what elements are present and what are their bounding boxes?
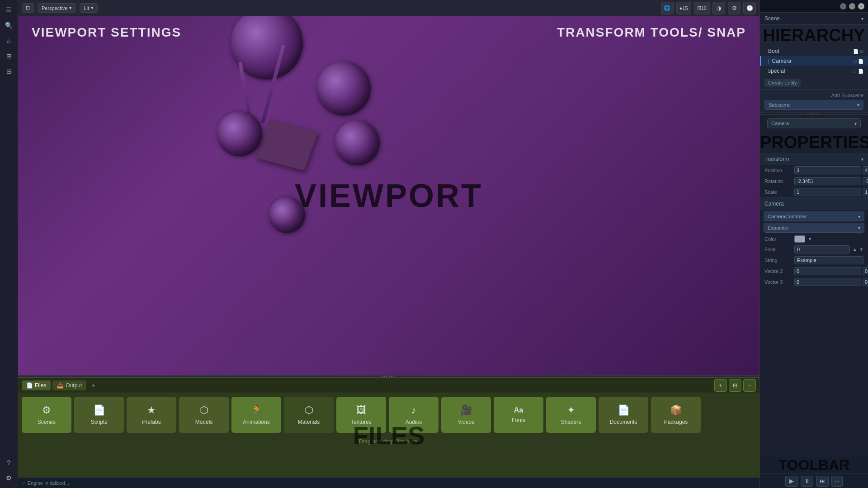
camera-controller-button[interactable]: CameraController ▾: [764, 211, 864, 221]
settings-icon[interactable]: ⚙: [3, 472, 15, 484]
grid2-icon: ⊞: [697, 5, 701, 11]
documents-item[interactable]: 📄 Documents: [599, 397, 648, 433]
files-tab[interactable]: 📄 Files: [22, 380, 51, 390]
audios-item[interactable]: ♪ Audios: [389, 397, 439, 433]
scene-item-camera[interactable]: | Camera ⊡ 📄: [760, 56, 868, 66]
string-input[interactable]: [794, 256, 863, 264]
vector2-y-input[interactable]: [863, 267, 868, 275]
scale-inputs: [794, 188, 868, 196]
globe-icon[interactable]: 🌐: [661, 2, 674, 14]
prefabs-item[interactable]: ★ Prefabs: [127, 397, 176, 433]
sphere-right-lower: [335, 120, 380, 165]
scale-y-input[interactable]: [863, 188, 868, 196]
scene-item-special[interactable]: special ⬡ 📄: [760, 66, 868, 76]
hierarchy-header: Scene ▾: [760, 13, 868, 25]
close-button[interactable]: ×: [858, 3, 864, 9]
vector2-x-input[interactable]: [794, 267, 861, 275]
camera-controller-label: CameraController: [768, 214, 807, 219]
step-button[interactable]: ⏭: [816, 476, 829, 487]
files-more-icon[interactable]: ···: [743, 379, 756, 392]
divider-dots: [807, 113, 821, 114]
render-icon[interactable]: ◑: [712, 2, 725, 14]
expander-button[interactable]: Expander ▾: [764, 223, 864, 233]
subscene-button[interactable]: Subscene ▾: [764, 100, 863, 110]
scene-item-boot[interactable]: Boot 📄 ⊞: [760, 46, 868, 56]
float-up-arrow[interactable]: ▲: [853, 247, 857, 252]
main-area: ⊡ Perspective ▾ Lit ▾ 🌐 ● 15 ⊞ 10 ◑ ⚙ 🕐 …: [18, 0, 760, 488]
color-swatch[interactable]: [794, 235, 805, 243]
resize-dots: [382, 376, 396, 377]
more-button[interactable]: ···: [831, 476, 843, 487]
lit-dropdown[interactable]: Lit ▾: [80, 3, 98, 13]
pause-button[interactable]: ⏸: [801, 476, 813, 487]
boot-icon2[interactable]: ⊞: [860, 49, 863, 54]
textures-item[interactable]: 🖼 Textures: [336, 397, 386, 433]
view-mode-button[interactable]: ⊡: [22, 3, 34, 13]
special-icon2[interactable]: 📄: [858, 69, 863, 74]
menu-icon[interactable]: ☰: [3, 4, 15, 16]
status-text: ○ Engine Initialized...: [23, 480, 69, 486]
hierarchy-collapse-icon[interactable]: ▾: [861, 16, 863, 21]
models-item[interactable]: ⬡ Models: [179, 397, 229, 433]
files-layout-icon[interactable]: ⊟: [729, 379, 741, 392]
minimize-button[interactable]: −: [840, 3, 846, 9]
play-button[interactable]: ▶: [785, 476, 798, 487]
camera-section-label: Camera: [764, 201, 784, 207]
shaders-item[interactable]: ✦ Shaders: [546, 397, 596, 433]
viewport[interactable]: VIEWPORT SETTINGS TRANSFORM TOOLS/ SNAP …: [18, 16, 760, 375]
clock-icon[interactable]: 🕐: [743, 2, 756, 14]
textures-icon: 🖼: [356, 404, 366, 416]
right-bottom-area: Camera ▾ PROPERTIES Transform ▾ Position: [760, 115, 868, 488]
search-icon[interactable]: 🔍: [3, 19, 15, 32]
component-dropdown[interactable]: Camera ▾: [767, 118, 861, 128]
camera-icon2[interactable]: 📄: [858, 59, 863, 64]
count2-display: ⊞ 10: [694, 2, 710, 14]
transform-section-header[interactable]: Transform ▾: [760, 153, 868, 165]
viewport-main-label: VIEWPORT: [295, 177, 483, 214]
scale-x-input[interactable]: [794, 188, 861, 196]
scripts-item[interactable]: 📄 Scripts: [74, 397, 124, 433]
position-x-input[interactable]: [794, 166, 861, 174]
properties-label: PROPERTIES: [760, 132, 868, 153]
vector3-x-input[interactable]: [794, 278, 861, 286]
cube-base: [256, 119, 318, 170]
fonts-item[interactable]: Aa Fonts: [494, 397, 543, 433]
scenes-item[interactable]: ⚙ Scenes: [22, 397, 71, 433]
boot-icon1[interactable]: 📄: [853, 49, 859, 54]
add-subscene-label: Add Subscene: [764, 93, 863, 98]
layers-icon[interactable]: ⊞: [3, 50, 15, 62]
float-input[interactable]: [794, 245, 850, 253]
arm-pipe-1: [261, 44, 285, 124]
settings2-icon[interactable]: ⚙: [728, 2, 741, 14]
perspective-dropdown[interactable]: Perspective ▾: [38, 3, 76, 13]
maximize-button[interactable]: □: [849, 3, 855, 9]
toolbar-area: TOOLBAR ▶ ⏸ ⏭ ···: [760, 457, 868, 488]
status-icon: ○: [23, 480, 26, 486]
rotation-y-input[interactable]: [863, 177, 868, 185]
output-tab[interactable]: 📤 Output: [52, 380, 86, 390]
color-dropdown-arrow[interactable]: ▼: [808, 237, 812, 241]
rotation-x-input[interactable]: [794, 177, 861, 185]
create-entity-button[interactable]: Create Entity: [764, 79, 801, 87]
home-icon[interactable]: ⌂: [3, 34, 15, 47]
files-new-icon[interactable]: +: [714, 379, 727, 392]
right-panel: − □ × Scene ▾ HIERARCHY Boot 📄 ⊞ | Camer…: [760, 0, 868, 488]
packages-item[interactable]: 📦 Packages: [651, 397, 701, 433]
videos-item[interactable]: 🎥 Videos: [441, 397, 491, 433]
documents-label: Documents: [610, 419, 637, 425]
float-down-arrow[interactable]: ▼: [859, 247, 863, 252]
camera-section-header[interactable]: Camera: [760, 198, 868, 210]
sphere-icon: ●: [679, 5, 683, 11]
help-icon[interactable]: ?: [3, 456, 15, 469]
materials-item[interactable]: ⬡ Materials: [284, 397, 334, 433]
add-tab-button[interactable]: +: [88, 380, 98, 390]
grid-icon[interactable]: ⊟: [3, 65, 15, 78]
vector3-label: Vector 3: [764, 279, 792, 285]
position-y-input[interactable]: [863, 166, 868, 174]
animations-item[interactable]: 🏃 Animations: [231, 397, 281, 433]
fonts-label: Fonts: [512, 417, 525, 423]
camera-icon1[interactable]: ⊡: [853, 59, 857, 64]
vector3-y-input[interactable]: [863, 278, 868, 286]
rotation-label: Rotation: [764, 178, 792, 184]
special-icon1[interactable]: ⬡: [853, 69, 857, 74]
